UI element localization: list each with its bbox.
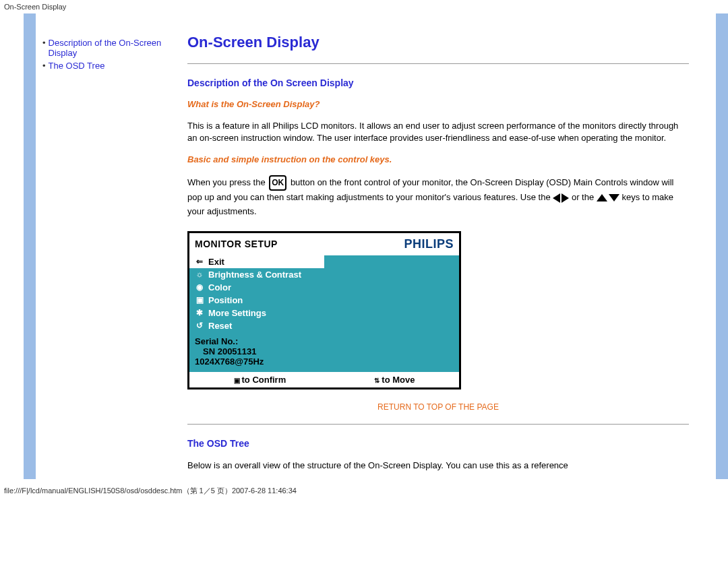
divider xyxy=(187,63,689,64)
main-content: On-Screen Display Description of the On … xyxy=(187,13,716,479)
right-decorative-stripe xyxy=(716,13,728,479)
subheading-what-is-osd: What is the On-Screen Display? xyxy=(187,99,689,109)
ok-small-icon: ▣ xyxy=(234,377,240,384)
updown-small-icon: ⇅ xyxy=(374,377,380,384)
return-to-top[interactable]: RETURN TO TOP OF THE PAGE xyxy=(187,402,689,412)
page-title: On-Screen Display xyxy=(187,34,689,51)
bullet-icon: • xyxy=(42,38,46,58)
exit-icon: ⇐ xyxy=(195,257,204,266)
sidebar-item-osd-tree[interactable]: • The OSD Tree xyxy=(42,61,181,71)
osd-menu-label: Reset xyxy=(208,321,232,331)
page-container: • Description of the On-Screen Display •… xyxy=(24,13,728,479)
osd-menu-item-exit: ⇐ Exit xyxy=(189,255,324,268)
philips-logo: PHILIPS xyxy=(404,237,454,251)
subheading-control-keys: Basic and simple instruction on the cont… xyxy=(187,154,689,164)
osd-body: ⇐ Exit ☼ Brightness & Contrast ◉ Color ▣… xyxy=(189,255,459,372)
resolution-value: 1024X768@75Hz xyxy=(195,356,319,367)
divider xyxy=(187,424,689,425)
osd-footer-confirm: ▣to Confirm xyxy=(234,375,286,385)
osd-menu-item-reset: ↺ Reset xyxy=(189,319,324,332)
sidebar-nav: • Description of the On-Screen Display •… xyxy=(36,13,187,479)
sidebar-link-osd-tree[interactable]: The OSD Tree xyxy=(49,61,105,71)
settings-icon: ✱ xyxy=(195,308,204,317)
position-icon: ▣ xyxy=(195,295,204,305)
osd-serial-block: Serial No.: SN 20051131 1024X768@75Hz xyxy=(189,332,324,372)
ok-button-icon: OK xyxy=(269,175,286,191)
osd-menu-list: ⇐ Exit ☼ Brightness & Contrast ◉ Color ▣… xyxy=(189,255,324,372)
bullet-icon: • xyxy=(42,61,46,71)
serial-value: SN 20051131 xyxy=(195,346,319,356)
left-right-arrows-icon xyxy=(553,192,569,202)
osd-menu-label: Color xyxy=(208,282,231,292)
osd-header: MONITOR SETUP PHILIPS xyxy=(189,233,459,255)
reset-icon: ↺ xyxy=(195,321,204,330)
footer-file-path: file:///F|/lcd/manual/ENGLISH/150S8/osd/… xyxy=(0,483,728,499)
osd-title: MONITOR SETUP xyxy=(195,239,278,249)
color-icon: ◉ xyxy=(195,282,204,292)
osd-menu-item-more-settings: ✱ More Settings xyxy=(189,307,324,319)
osd-footer: ▣to Confirm ⇅to Move xyxy=(189,372,459,387)
section-heading-osd-tree: The OSD Tree xyxy=(187,438,689,449)
paragraph-what-is-osd: This is a feature in all Philips LCD mon… xyxy=(187,120,689,144)
osd-menu-label: Exit xyxy=(208,257,224,267)
osd-menu-label: More Settings xyxy=(208,308,266,318)
osd-menu-right-panel xyxy=(324,255,459,372)
left-decorative-stripe xyxy=(24,13,36,479)
para2-part-a: When you press the xyxy=(187,177,266,187)
para2-part-c: or the xyxy=(572,192,594,202)
paragraph-osd-tree: Below is an overall view of the structur… xyxy=(187,460,689,472)
osd-menu-item-position: ▣ Position xyxy=(189,294,324,307)
osd-menu-item-brightness: ☼ Brightness & Contrast xyxy=(189,268,324,281)
sidebar-link-description[interactable]: Description of the On-Screen Display xyxy=(49,38,181,58)
sidebar-item-description[interactable]: • Description of the On-Screen Display xyxy=(42,38,181,58)
brightness-icon: ☼ xyxy=(195,270,204,279)
section-heading-description: Description of the On Screen Display xyxy=(187,77,689,88)
browser-tab-title: On-Screen Display xyxy=(0,0,728,13)
serial-label: Serial No.: xyxy=(195,336,319,346)
osd-screenshot: MONITOR SETUP PHILIPS ⇐ Exit ☼ Brightnes… xyxy=(187,231,461,389)
osd-menu-label: Position xyxy=(208,295,243,305)
osd-footer-move: ⇅to Move xyxy=(374,375,415,385)
osd-menu-item-color: ◉ Color xyxy=(189,281,324,294)
osd-menu-label: Brightness & Contrast xyxy=(208,270,301,280)
up-down-arrows-icon xyxy=(597,192,619,202)
paragraph-control-keys: When you press the OK button on the fron… xyxy=(187,175,689,219)
return-to-top-link[interactable]: RETURN TO TOP OF THE PAGE xyxy=(377,402,499,412)
